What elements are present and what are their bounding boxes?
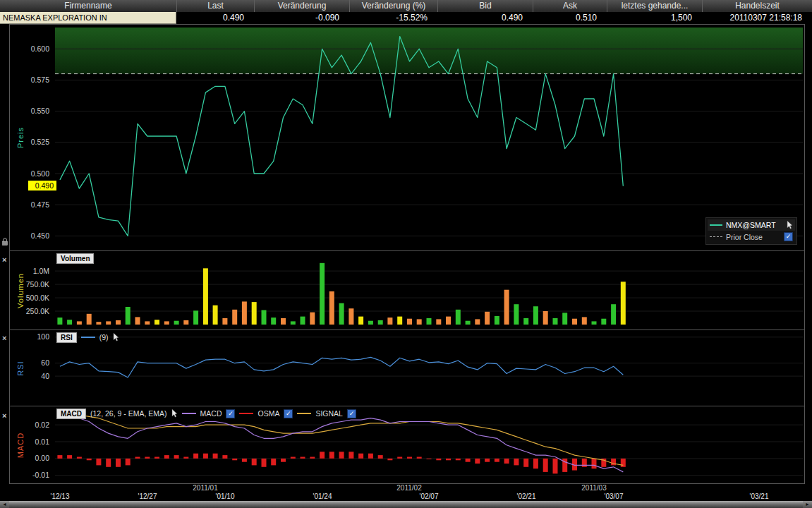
chart-legend: NMX@SMART Prior Close ✓ [705,217,797,245]
osma-checkbox[interactable]: ✓ [284,409,293,418]
svg-text:750.0K: 750.0K [26,280,49,289]
svg-text:0.575: 0.575 [31,75,49,84]
svg-text:0.525: 0.525 [31,138,49,146]
svg-text:0.450: 0.450 [31,231,49,240]
legend-symbol-label: NMX@SMART [726,221,783,229]
svg-text:100: 100 [37,332,49,341]
svg-text:0.02: 0.02 [35,421,50,429]
price-line-sample [710,224,722,226]
column-header-last[interactable]: Last [176,0,254,12]
column-header-change[interactable]: Veränderung [254,0,349,12]
volume-panel-header: Volumen [56,253,94,263]
edit-study-cursor-icon[interactable] [113,333,119,341]
column-header-last-traded[interactable]: letztes gehande... [607,0,702,12]
svg-text:250.0K: 250.0K [26,307,49,315]
ask-value: 0.510 [533,12,607,24]
column-header-firmenname[interactable]: Firmenname [0,0,176,12]
svg-text:-0.01: -0.01 [32,471,49,479]
change-pct-value: -15.52% [349,12,437,24]
column-header-change-pct[interactable]: Veränderung (%) [349,0,437,12]
price-chart-plot[interactable]: 0.6000.5750.5500.5250.5000.4750.450 [10,25,804,250]
signal-legend-label: SIGNAL [315,409,343,418]
close-volume-panel-button[interactable]: × [2,256,6,263]
last-price-value: 0.490 [176,12,254,24]
svg-text:0.600: 0.600 [31,44,49,53]
svg-text:0.550: 0.550 [31,107,49,115]
quote-header-row: Firmenname Last Veränderung Veränderung … [0,0,812,12]
change-value: -0.090 [254,12,349,24]
macd-legend-label: MACD [200,409,222,418]
scroll-right-button[interactable]: ► [803,501,812,508]
x-axis-month-labels: 2011/012011/022011/03 [0,484,812,492]
osma-legend-label: OSMA [257,409,279,418]
svg-text:40: 40 [41,372,49,380]
rsi-panel-title[interactable]: RSI [56,332,77,343]
rsi-panel: 1006040 RSI RSI (9) [9,329,805,406]
signal-checkbox[interactable]: ✓ [347,409,356,418]
svg-text:0.00: 0.00 [35,454,50,462]
last-traded-size-value: 1,500 [607,12,702,24]
svg-text:0.475: 0.475 [31,200,49,209]
trade-time-value: 20110307 21:58:18 [702,12,812,24]
edit-study-cursor-icon[interactable] [171,409,178,418]
column-header-ask[interactable]: Ask [533,0,607,12]
volume-panel: 1.0M750.0K500.0K250.0K Volumen Volumen [9,250,805,329]
lock-icon[interactable] [1,238,8,246]
svg-text:0.01: 0.01 [35,437,50,446]
signal-line-sample [297,413,311,414]
company-name-cell[interactable]: NEMASKA EXPLORATION IN [0,12,176,24]
macd-panel-title[interactable]: MACD [56,409,86,419]
bid-value: 0.490 [437,12,533,24]
svg-text:0.500: 0.500 [31,169,49,178]
macd-line-sample [182,413,196,414]
prior-close-line-sample [710,236,722,237]
osma-bar-sample [239,413,253,414]
svg-text:500.0K: 500.0K [26,294,49,302]
svg-text:1.0M: 1.0M [33,267,49,275]
legend-prior-close-label: Prior Close [726,233,780,241]
horizontal-scrollbar[interactable]: ◄ ► [0,501,812,508]
volume-panel-title[interactable]: Volumen [56,253,94,264]
svg-text:60: 60 [41,358,49,367]
rsi-chart-plot[interactable]: 1006040 [10,330,804,405]
macd-panel-header: MACD (12, 26, 9 - EMA, EMA) MACD ✓ OSMA … [56,409,356,418]
rsi-period-label: (9) [99,333,109,341]
close-rsi-panel-button[interactable]: × [2,334,6,341]
legend-row-prior-close: Prior Close ✓ [708,231,795,243]
scroll-left-button[interactable]: ◄ [0,501,9,508]
close-macd-panel-button[interactable]: × [2,412,6,419]
macd-panel: 0.020.010.00-0.01 MACD MACD (12, 26, 9 -… [9,406,805,484]
rsi-panel-header: RSI (9) [56,332,119,342]
prior-close-checkbox[interactable]: ✓ [784,232,793,241]
column-header-bid[interactable]: Bid [437,0,533,12]
legend-row-symbol[interactable]: NMX@SMART [708,219,795,231]
edit-series-cursor-icon[interactable] [787,221,793,229]
column-header-trade-time[interactable]: Handelszeit [702,0,812,12]
macd-params-label: (12, 26, 9 - EMA, EMA) [90,409,167,418]
price-panel: 0.6000.5750.5500.5250.5000.4750.450 Prei… [9,24,805,250]
volume-chart-plot[interactable]: 1.0M750.0K500.0K250.0K [10,251,804,329]
rsi-line-sample [81,337,95,338]
quote-values-row: NEMASKA EXPLORATION IN 0.490 -0.090 -15.… [0,12,812,24]
x-axis-day-labels: '12/13'12/27'01/10'01/24'02/07'02/21'03/… [0,492,812,501]
chart-region: × × × 0.6000.5750.5500.5250.5000.4750.45… [0,24,812,508]
last-price-axis-tag: 0.490 [28,181,56,190]
macd-checkbox[interactable]: ✓ [226,409,235,418]
